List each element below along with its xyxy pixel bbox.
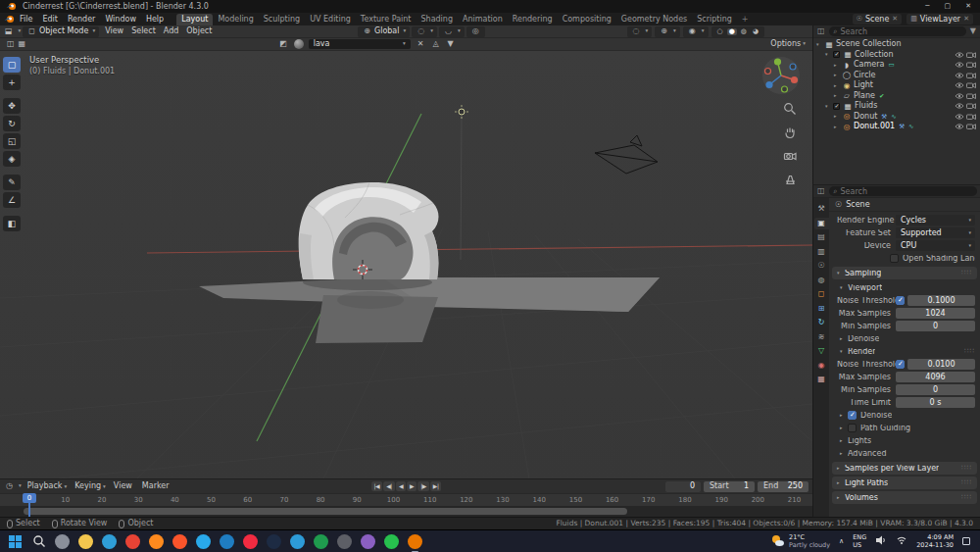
- property-value-field[interactable]: 0 ▾: [896, 321, 975, 331]
- property-row[interactable]: ▸ Path Guiding: [829, 422, 980, 434]
- property-value-field[interactable]: CPU ▾: [896, 240, 975, 251]
- mode-dropdown[interactable]: ◻ Object Mode▾: [23, 26, 99, 37]
- krita-icon[interactable]: [360, 533, 376, 550]
- volume-icon[interactable]: [875, 534, 887, 548]
- timeline-ruler[interactable]: 0102030405060708090100110120130140150160…: [0, 493, 812, 506]
- disclosure-arrow-icon[interactable]: ▾: [840, 349, 848, 354]
- disclosure-arrow-icon[interactable]: ▸: [837, 495, 845, 500]
- ground-plane-mesh[interactable]: [199, 275, 660, 343]
- workspace-tab[interactable]: Compositing: [558, 14, 616, 25]
- disclosure-arrow-icon[interactable]: ▾: [825, 52, 833, 57]
- property-checkbox[interactable]: [848, 424, 857, 432]
- tab-texture[interactable]: ▦: [814, 374, 829, 385]
- viewport-canvas[interactable]: User Perspective (0) Fluids | Donut.001 …: [0, 51, 812, 478]
- property-row[interactable]: Feature Set Supported ▾: [829, 226, 980, 239]
- snap-toggle[interactable]: ◡▾: [439, 26, 465, 37]
- navigation-gizmo[interactable]: [761, 56, 801, 97]
- editor-type-icon[interactable]: ⬓: [3, 27, 15, 35]
- tab-output[interactable]: ▤: [814, 231, 829, 243]
- property-row[interactable]: ▸ Denoise: [829, 409, 980, 422]
- property-checkbox[interactable]: [896, 296, 905, 305]
- property-row[interactable]: Max Samples 4096 ▾: [829, 371, 980, 383]
- camera-object[interactable]: [595, 135, 658, 174]
- tab-constraints[interactable]: ≋: [814, 331, 829, 343]
- network-wifi-icon[interactable]: [896, 534, 907, 548]
- topbar-menu[interactable]: Help: [141, 16, 169, 24]
- properties-search-input[interactable]: [840, 187, 972, 196]
- timeline-editor-type-icon[interactable]: ◷: [4, 482, 15, 490]
- tool-settings-icon[interactable]: ◫: [5, 40, 17, 48]
- timeline-playhead[interactable]: 0: [23, 493, 36, 503]
- workspace-tab[interactable]: +: [737, 14, 754, 25]
- property-value-field[interactable]: Supported ▾: [896, 227, 975, 238]
- property-row[interactable]: ▸ Samples per View Layer ∷∷: [832, 462, 977, 475]
- viewlayer-remove-icon[interactable]: ✕: [963, 16, 969, 23]
- next-keyframe-button[interactable]: |▶: [417, 481, 429, 491]
- render-visibility-camera-icon[interactable]: [965, 92, 977, 100]
- blender-icon[interactable]: [407, 533, 423, 550]
- donut-mesh[interactable]: [299, 182, 439, 279]
- outliner-row[interactable]: ▸ ◉ Light: [813, 80, 980, 91]
- property-row[interactable]: ▸ Advanced: [829, 447, 980, 460]
- outliner-item-label[interactable]: Donut: [854, 113, 877, 121]
- material-preview-icon[interactable]: ◍: [739, 28, 749, 35]
- topbar-menu[interactable]: File: [15, 16, 37, 24]
- frame-start-field[interactable]: Start1: [704, 481, 755, 492]
- property-row[interactable]: Min Samples 0 ▾: [829, 383, 980, 396]
- thunderbird-icon[interactable]: [219, 533, 235, 550]
- viewport-menu[interactable]: Object: [182, 27, 216, 35]
- render-visibility-camera-icon[interactable]: [965, 123, 977, 130]
- outliner-row[interactable]: ▸ ◎ Donut.001 ⚒ ∿: [813, 122, 980, 132]
- viewport-menu[interactable]: View: [101, 27, 127, 35]
- overlays-dropdown[interactable]: ◉▾: [683, 26, 709, 37]
- property-row[interactable]: ▸ Light Paths ∷∷: [832, 477, 977, 489]
- obs-icon[interactable]: [336, 533, 353, 550]
- texture-name-field[interactable]: lava▾: [309, 39, 411, 49]
- outliner-item-label[interactable]: Donut.001: [854, 123, 895, 130]
- disclosure-arrow-icon[interactable]: ▸: [834, 63, 842, 68]
- timeline-scrollbar[interactable]: [0, 506, 812, 517]
- topbar-menu[interactable]: Edit: [37, 16, 63, 24]
- minimize-button[interactable]: ─: [925, 3, 929, 10]
- zoom-icon[interactable]: [783, 102, 797, 118]
- tab-world[interactable]: ◍: [814, 275, 829, 286]
- viewport-menu[interactable]: Select: [127, 27, 160, 35]
- tab-view-layer[interactable]: ▥: [814, 246, 829, 258]
- workspace-tab[interactable]: Sculpting: [259, 14, 305, 25]
- outliner-item-label[interactable]: Scene Collection: [836, 40, 902, 48]
- language-switcher[interactable]: ENGUS: [853, 533, 866, 550]
- disclosure-arrow-icon[interactable]: ▾: [837, 271, 845, 276]
- viewport-menu[interactable]: Add: [160, 27, 183, 35]
- visibility-eye-icon[interactable]: [954, 92, 965, 100]
- property-row[interactable]: Max Samples 1024 ▾: [829, 307, 980, 320]
- transform-orientation-dropdown[interactable]: ⊕ Global▾: [358, 26, 410, 37]
- options-dropdown[interactable]: Options▾: [770, 40, 808, 48]
- task-view-icon[interactable]: [54, 533, 71, 550]
- start-button[interactable]: [7, 533, 24, 550]
- timeline-menu[interactable]: Marker: [138, 482, 175, 490]
- property-checkbox[interactable]: [890, 254, 899, 263]
- disclosure-arrow-icon[interactable]: ▸: [840, 451, 848, 456]
- disclosure-arrow-icon[interactable]: ▸: [834, 93, 842, 98]
- visibility-eye-icon[interactable]: [954, 72, 965, 79]
- timeline-menu[interactable]: Keying▾: [71, 482, 110, 490]
- opera-icon[interactable]: [242, 533, 259, 550]
- firefox-icon[interactable]: [148, 533, 165, 550]
- workspace-tab[interactable]: Scripting: [692, 14, 737, 25]
- pan-hand-icon[interactable]: [783, 125, 797, 141]
- render-visibility-camera-icon[interactable]: [965, 113, 977, 121]
- disclosure-arrow-icon[interactable]: ▾: [825, 104, 833, 109]
- section-drag-handle-icon[interactable]: ∷∷: [961, 465, 972, 472]
- outliner-row[interactable]: ▾ ▦ Collection: [813, 50, 980, 61]
- section-drag-handle-icon[interactable]: ∷∷: [961, 494, 972, 501]
- property-row[interactable]: Render Engine Cycles ▾: [829, 214, 980, 226]
- property-row[interactable]: ▸ Volumes ∷∷: [832, 491, 977, 504]
- disclosure-arrow-icon[interactable]: ▸: [834, 125, 842, 129]
- property-row[interactable]: ▸ Denoise: [829, 332, 980, 345]
- property-row[interactable]: Noise Threshold 0.0100 ▾: [829, 358, 980, 371]
- outliner-row[interactable]: ▸ ▱ Plane ✔: [813, 91, 980, 102]
- tab-scene[interactable]: ☉: [814, 260, 829, 272]
- outliner-search-input[interactable]: [840, 27, 960, 36]
- render-visibility-camera-icon[interactable]: [965, 72, 977, 79]
- transform-pivot-dropdown[interactable]: ◌▾: [412, 26, 437, 37]
